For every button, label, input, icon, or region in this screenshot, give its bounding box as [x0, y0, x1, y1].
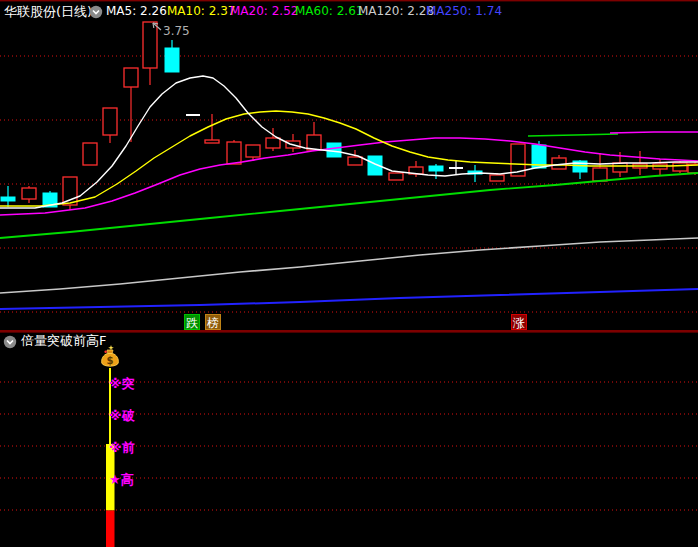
signal-label-break2: ※破	[109, 407, 135, 425]
ma-line-ma120	[0, 238, 698, 293]
axis-marker-fall[interactable]: 跌	[184, 314, 200, 330]
ma5-legend: MA5: 2.26	[106, 4, 167, 18]
axis-marker-board[interactable]: 榜	[205, 314, 221, 330]
candle	[22, 186, 36, 203]
candle	[653, 159, 667, 176]
indicator-header: 倍量突破前高F	[3, 333, 106, 349]
candle	[227, 140, 241, 164]
candle	[429, 164, 443, 179]
ma-line-ma250	[0, 289, 698, 309]
ma20-legend: MA20: 2.52	[230, 4, 298, 18]
candle	[449, 161, 463, 175]
candle	[327, 143, 341, 157]
chevron-down-icon[interactable]	[3, 334, 17, 348]
candle	[186, 114, 200, 116]
candle	[552, 155, 566, 169]
candle	[103, 108, 117, 143]
ma-line-ma5	[0, 76, 698, 208]
candle	[83, 143, 97, 165]
chart-canvas[interactable]: $	[0, 0, 698, 547]
signal-label-break3: ※前	[109, 439, 135, 457]
trading-app-window: $ 华联股份(日线) MA5: 2.26 MA10: 2.37 MA20: 2.…	[0, 0, 698, 547]
chart-header: 华联股份(日线) MA5: 2.26 MA10: 2.37 MA20: 2.52…	[0, 0, 698, 20]
svg-text:$: $	[107, 355, 114, 366]
candle	[307, 122, 321, 150]
candle	[389, 173, 403, 180]
signal-bar-red	[106, 511, 115, 547]
ma60-legend: MA60: 2.61	[295, 4, 363, 18]
candle	[673, 161, 687, 173]
indicator-title: 倍量突破前高F	[21, 332, 106, 350]
signal-label-break1: ※突	[109, 375, 135, 393]
signal-label-high: ★高	[109, 471, 134, 489]
candle	[63, 177, 77, 210]
ma120-legend: MA120: 2.28	[358, 4, 434, 18]
peak-price-label: 3.75	[163, 24, 190, 38]
candle	[165, 40, 179, 72]
chevron-down-icon[interactable]	[89, 4, 103, 18]
ma10-legend: MA10: 2.37	[167, 4, 235, 18]
ma250-legend: MA250: 1.74	[426, 4, 502, 18]
stock-title: 华联股份(日线)	[4, 3, 92, 21]
candle	[124, 68, 138, 142]
candle	[143, 22, 157, 85]
ma-line-ma60	[0, 173, 698, 238]
axis-marker-rise[interactable]: 涨	[511, 314, 527, 330]
candle	[205, 114, 219, 143]
candle	[1, 186, 15, 207]
candle	[593, 153, 607, 181]
